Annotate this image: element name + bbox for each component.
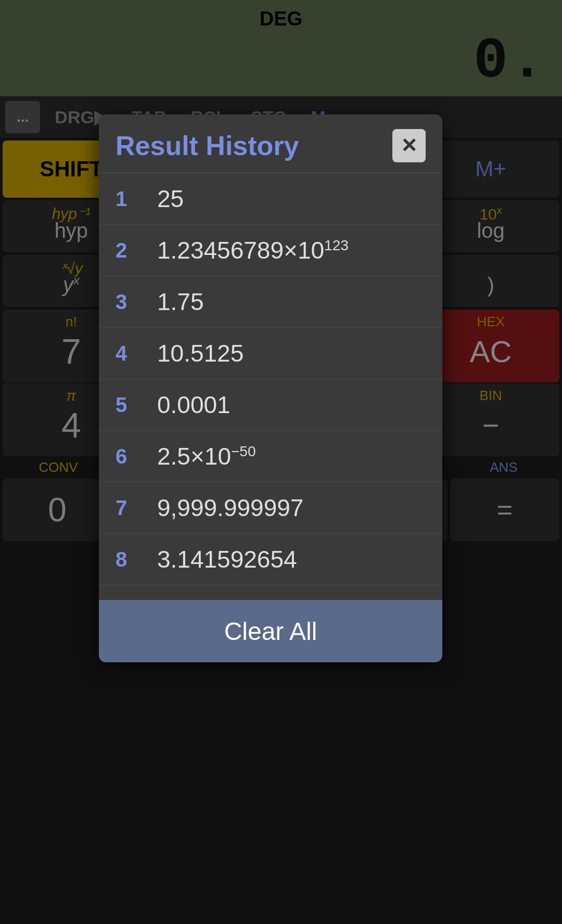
history-value-7: 9,999.999997 xyxy=(157,494,303,522)
history-index-2: 2 xyxy=(116,239,149,262)
modal-header: Result History ✕ xyxy=(99,114,442,173)
history-item-7[interactable]: 7 9,999.999997 xyxy=(99,482,442,534)
history-index-7: 7 xyxy=(116,496,149,520)
clear-all-button[interactable]: Clear All xyxy=(99,600,442,662)
history-index-1: 1 xyxy=(116,187,149,211)
modal-title: Result History xyxy=(116,130,299,161)
history-value-6: 2.5×10−50 xyxy=(157,442,256,470)
history-item-5[interactable]: 5 0.0001 xyxy=(99,379,442,431)
history-value-8: 3.141592654 xyxy=(157,545,297,573)
history-index-3: 3 xyxy=(116,290,149,314)
history-index-6: 6 xyxy=(116,445,149,468)
history-value-1: 25 xyxy=(157,185,184,213)
history-value-5: 0.0001 xyxy=(157,391,231,419)
history-index-5: 5 xyxy=(116,393,149,417)
history-item-8[interactable]: 8 3.141592654 xyxy=(99,534,442,585)
modal-close-button[interactable]: ✕ xyxy=(392,129,426,162)
history-value-4: 10.5125 xyxy=(157,339,244,367)
history-index-4: 4 xyxy=(116,342,149,365)
history-item-2[interactable]: 2 1.23456789×10123 xyxy=(99,225,442,276)
history-item-4[interactable]: 4 10.5125 xyxy=(99,328,442,379)
history-item-1[interactable]: 1 25 xyxy=(99,173,442,225)
result-history-modal: Result History ✕ 1 25 2 1.23456789×10123… xyxy=(99,114,442,662)
history-item-9[interactable]: 9 1 xyxy=(99,585,442,600)
history-value-2: 1.23456789×10123 xyxy=(157,236,349,264)
history-item-6[interactable]: 6 2.5×10−50 xyxy=(99,431,442,482)
history-list: 1 25 2 1.23456789×10123 3 1.75 4 10.5125… xyxy=(99,173,442,600)
history-index-8: 8 xyxy=(116,548,149,571)
history-value-3: 1.75 xyxy=(157,288,204,316)
history-item-3[interactable]: 3 1.75 xyxy=(99,276,442,328)
